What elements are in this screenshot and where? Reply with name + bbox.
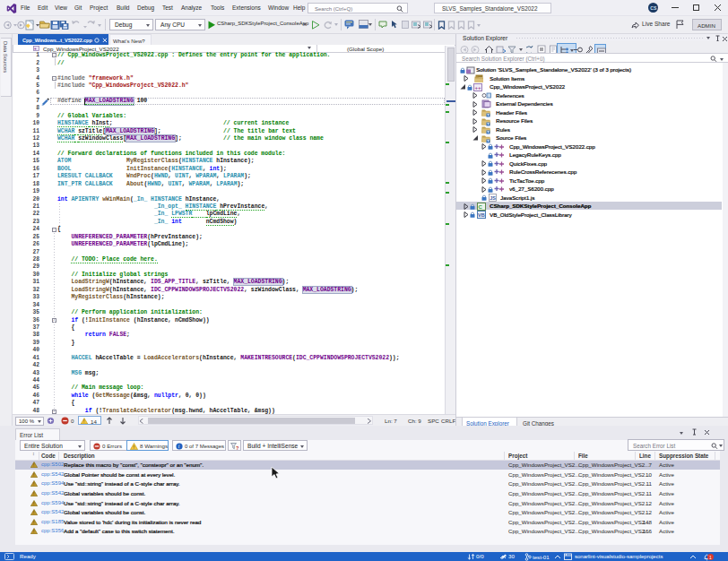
svg-text:?: ? (236, 445, 239, 451)
svg-text:!: ! (33, 502, 34, 506)
svg-text:!: ! (33, 473, 34, 478)
svg-text:+: + (34, 46, 37, 50)
svg-text:!: ! (33, 521, 34, 525)
svg-text:!: ! (33, 483, 34, 488)
svg-text:!: ! (33, 492, 34, 496)
svg-text:C: C (479, 204, 483, 210)
svg-text:!: ! (83, 419, 84, 425)
svg-text:JS: JS (490, 195, 496, 201)
svg-text:!: ! (33, 531, 34, 535)
svg-text:VB: VB (478, 212, 485, 218)
svg-text:!: ! (33, 511, 34, 515)
svg-text:!: ! (33, 463, 34, 468)
svg-text:+: + (478, 84, 481, 90)
